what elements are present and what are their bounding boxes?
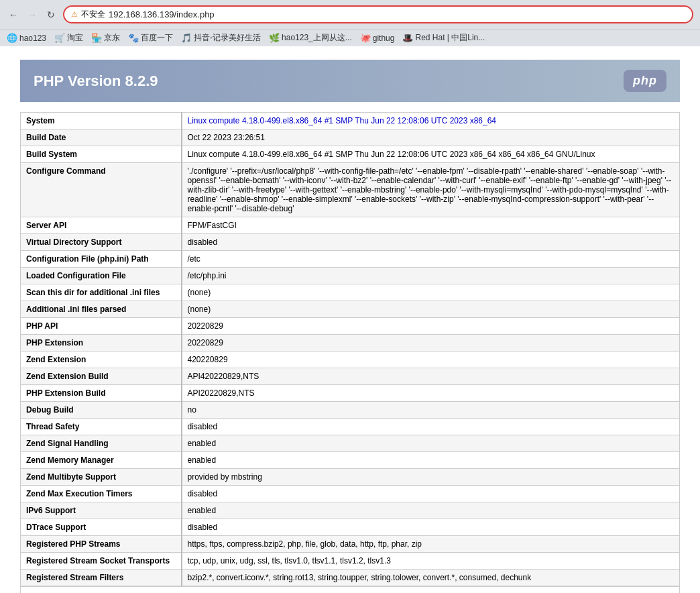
bookmark-github[interactable]: 🐙 githug xyxy=(360,33,395,43)
table-row: PHP API20220829 xyxy=(21,318,680,335)
table-row: Registered PHP Streamshttps, ftps, compr… xyxy=(21,536,680,553)
table-row: Zend Extension420220829 xyxy=(21,352,680,368)
row-key: PHP Extension Build xyxy=(21,385,182,402)
row-key: Zend Max Execution Timers xyxy=(21,486,182,502)
forward-button[interactable]: → xyxy=(25,8,39,21)
row-value: (none) xyxy=(182,301,680,318)
row-key: Registered PHP Streams xyxy=(21,536,182,553)
row-key: Zend Multibyte Support xyxy=(21,469,182,486)
row-value: (none) xyxy=(182,284,680,301)
bookmark-jd[interactable]: 🏪 京东 xyxy=(91,32,120,44)
taobao-icon: 🛒 xyxy=(54,33,65,43)
bookmark-douyin[interactable]: 🎵 抖音-记录美好生活 xyxy=(181,32,261,44)
row-value: Oct 22 2023 23:26:51 xyxy=(182,129,680,146)
table-row: IPv6 Supportenabled xyxy=(21,502,680,519)
bookmark-hao123-2[interactable]: 🌿 hao123_上网从这... xyxy=(269,32,352,44)
table-row: DTrace Supportdisabled xyxy=(21,519,680,536)
php-logo: php xyxy=(624,70,666,92)
douyin-icon: 🎵 xyxy=(181,33,192,43)
address-bar[interactable]: ⚠ 不安全 192.168.136.139/index.php xyxy=(63,5,693,23)
bookmarks-bar: 🌐 hao123 🛒 淘宝 🏪 京东 🐾 百度一下 🎵 抖音-记录美好生活 🌿 … xyxy=(0,29,700,46)
table-row: Server APIFPM/FastCGI xyxy=(21,217,680,234)
address-text[interactable]: 192.168.136.139/index.php xyxy=(109,9,685,19)
row-key: Zend Memory Manager xyxy=(21,452,182,469)
table-row: Zend Extension BuildAPI420220829,NTS xyxy=(21,368,680,385)
row-key: Zend Signal Handling xyxy=(21,435,182,452)
github-icon: 🐙 xyxy=(360,33,371,43)
baidu-icon: 🐾 xyxy=(128,33,139,43)
row-key: Loaded Configuration File xyxy=(21,268,182,284)
browser-window: ← → ↻ ⚠ 不安全 192.168.136.139/index.php 🌐 … xyxy=(0,0,700,593)
bookmark-label: hao123_上网从这... xyxy=(282,32,352,44)
row-key: Thread Safety xyxy=(21,419,182,435)
table-row: PHP Extension BuildAPI20220829,NTS xyxy=(21,385,680,402)
row-value: enabled xyxy=(182,452,680,469)
row-value: provided by mbstring xyxy=(182,469,680,486)
row-value: enabled xyxy=(182,435,680,452)
row-key: Virtual Directory Support xyxy=(21,234,182,251)
bookmark-taobao[interactable]: 🛒 淘宝 xyxy=(54,32,83,44)
bookmark-label: hao123 xyxy=(19,34,46,43)
row-key: DTrace Support xyxy=(21,519,182,536)
table-row: Loaded Configuration File/etc/php.ini xyxy=(21,268,680,284)
table-row: Scan this dir for additional .ini files(… xyxy=(21,284,680,301)
row-key: Server API xyxy=(21,217,182,234)
security-icon: ⚠ xyxy=(71,10,78,19)
row-value: /etc/php.ini xyxy=(182,268,680,284)
bookmark-label: 抖音-记录美好生活 xyxy=(194,32,261,44)
hao123-icon: 🌐 xyxy=(7,33,17,43)
row-key: Zend Extension Build xyxy=(21,368,182,385)
row-key: Debug Build xyxy=(21,402,182,419)
table-row: Debug Buildno xyxy=(21,402,680,419)
bookmark-label: 淘宝 xyxy=(67,32,83,44)
phpinfo-title: PHP Version 8.2.9 xyxy=(34,72,158,90)
redhat-icon: 🎩 xyxy=(402,33,413,43)
row-value: disabled xyxy=(182,519,680,536)
row-key: Configuration File (php.ini) Path xyxy=(21,251,182,268)
bookmark-hao123[interactable]: 🌐 hao123 xyxy=(7,33,46,43)
table-row: Zend Memory Managerenabled xyxy=(21,452,680,469)
row-value: 420220829 xyxy=(182,352,680,368)
table-row: SystemLinux compute 4.18.0-499.el8.x86_6… xyxy=(21,113,680,129)
row-value: 20220829 xyxy=(182,335,680,352)
table-row: Zend Multibyte Supportprovided by mbstri… xyxy=(21,469,680,486)
row-key: Build Date xyxy=(21,129,182,146)
bookmark-label: 百度一下 xyxy=(141,32,173,44)
bookmark-label: 京东 xyxy=(104,32,120,44)
browser-toolbar: ← → ↻ ⚠ 不安全 192.168.136.139/index.php xyxy=(0,0,700,29)
row-key: Zend Extension xyxy=(21,352,182,368)
table-row: Additional .ini files parsed(none) xyxy=(21,301,680,318)
row-key: Build System xyxy=(21,146,182,163)
row-key: Registered Stream Filters xyxy=(21,570,182,586)
row-value: 20220829 xyxy=(182,318,680,335)
row-value: './configure' '--prefix=/usr/local/php8'… xyxy=(182,163,680,217)
row-key: PHP API xyxy=(21,318,182,335)
row-key: Registered Stream Socket Transports xyxy=(21,553,182,570)
bookmark-baidu[interactable]: 🐾 百度一下 xyxy=(128,32,173,44)
back-button[interactable]: ← xyxy=(7,8,20,21)
row-value: FPM/FastCGI xyxy=(182,217,680,234)
table-row: Zend Max Execution Timersdisabled xyxy=(21,486,680,502)
table-row: Virtual Directory Supportdisabled xyxy=(21,234,680,251)
row-key: PHP Extension xyxy=(21,335,182,352)
row-key: System xyxy=(21,113,182,129)
row-value: disabled xyxy=(182,486,680,502)
row-value: tcp, udp, unix, udg, ssl, tls, tlsv1.0, … xyxy=(182,553,680,570)
table-row: Configuration File (php.ini) Path/etc xyxy=(21,251,680,268)
row-value: Linux compute 4.18.0-499.el8.x86_64 #1 S… xyxy=(182,113,680,129)
bookmark-redhat[interactable]: 🎩 Red Hat | 中国Lin... xyxy=(402,32,485,44)
row-value: API420220829,NTS xyxy=(182,368,680,385)
table-row: PHP Extension20220829 xyxy=(21,335,680,352)
row-value: /etc xyxy=(182,251,680,268)
row-value: bzip2.*, convert.iconv.*, string.rot13, … xyxy=(182,570,680,586)
table-row: Registered Stream Filtersbzip2.*, conver… xyxy=(21,570,680,586)
row-value: disabled xyxy=(182,234,680,251)
row-value: Linux compute 4.18.0-499.el8.x86_64 #1 S… xyxy=(182,146,680,163)
phpinfo-footer: This program makes use of the Zend Scrip… xyxy=(20,586,680,593)
hao123-2-icon: 🌿 xyxy=(269,33,280,43)
table-row: Build SystemLinux compute 4.18.0-499.el8… xyxy=(21,146,680,163)
row-key: Scan this dir for additional .ini files xyxy=(21,284,182,301)
reload-button[interactable]: ↻ xyxy=(44,8,58,21)
table-row: Configure Command'./configure' '--prefix… xyxy=(21,163,680,217)
security-label: 不安全 xyxy=(81,9,105,20)
